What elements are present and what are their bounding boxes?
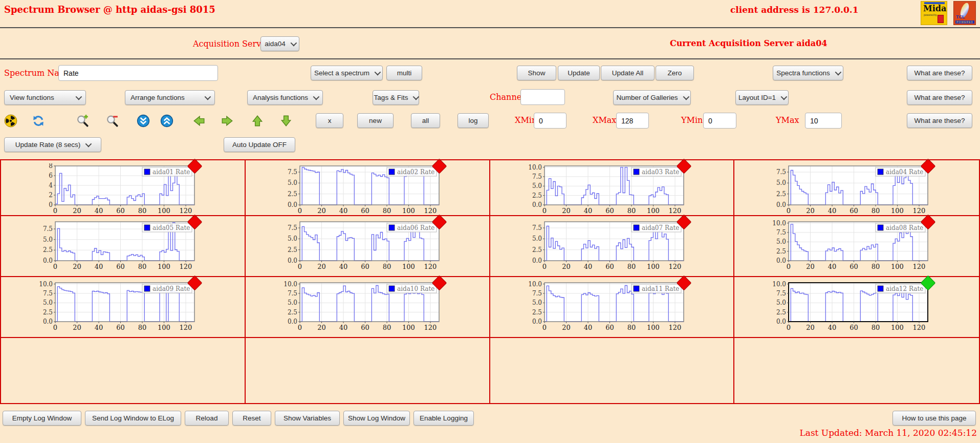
show-button[interactable]: Show — [517, 66, 556, 80]
log-button[interactable]: log — [458, 113, 489, 128]
svg-text:100: 100 — [891, 324, 904, 331]
midas-logo-title: Midas — [923, 6, 947, 12]
multi-button[interactable]: multi — [386, 66, 422, 80]
midas-logo[interactable]: Midas powered by — [921, 1, 947, 25]
svg-text:aida08 Rate: aida08 Rate — [886, 224, 923, 231]
svg-text:100: 100 — [647, 263, 660, 270]
zero-button[interactable]: Zero — [656, 66, 694, 80]
how-to-use-button[interactable]: How to use this page — [892, 411, 976, 426]
auto-update-button[interactable]: Auto Update OFF — [224, 137, 295, 152]
tags-fits-dropdown[interactable]: Tags & Fits — [373, 90, 419, 105]
svg-text:7.5: 7.5 — [776, 229, 786, 236]
refresh-icon[interactable] — [32, 114, 45, 128]
gallery-cell-aida08[interactable]: 0.02.55.07.510.0020406080100120aida08 Ra… — [734, 216, 979, 277]
layout-id-dropdown[interactable]: Layout ID=1 — [735, 90, 789, 105]
spectra-functions-dropdown[interactable]: Spectra functions — [773, 66, 843, 80]
zoom-in-icon[interactable] — [76, 114, 89, 128]
update-rate-dropdown[interactable]: Update Rate (8 secs) — [4, 137, 101, 152]
svg-text:7.5: 7.5 — [776, 290, 786, 297]
svg-text:0: 0 — [49, 201, 53, 208]
update-button[interactable]: Update — [558, 66, 600, 80]
gallery-cell-aida05[interactable]: 0.02.55.07.5020406080100120aida05 Rate — [1, 216, 246, 277]
svg-text:120: 120 — [668, 324, 681, 331]
svg-text:60: 60 — [116, 207, 125, 215]
xmin-input[interactable] — [534, 113, 567, 129]
x-button[interactable]: x — [316, 113, 343, 128]
svg-text:0: 0 — [53, 263, 57, 270]
ymax-input[interactable] — [805, 113, 842, 129]
gallery-cell-aida02[interactable]: 0.02.55.07.5020406080100120aida02 Rate — [246, 160, 490, 216]
gallery-cell-aida01[interactable]: 02468020406080100120aida01 Rate — [1, 160, 246, 216]
channel-input[interactable] — [520, 89, 565, 105]
ymin-input[interactable] — [703, 113, 736, 129]
empty-log-window-button[interactable]: Empty Log Window — [3, 411, 81, 426]
arrow-right-icon[interactable] — [221, 114, 234, 128]
xmax-input[interactable] — [616, 113, 649, 129]
what-are-these-button-3[interactable]: What are these? — [907, 113, 972, 128]
what-are-these-button-1[interactable]: What are these? — [907, 66, 972, 80]
tcl-powered-logo[interactable]: TCL POWERED — [953, 1, 976, 25]
select-spectrum-dropdown[interactable]: Select a spectrum — [311, 66, 383, 80]
chevron-down-icon — [413, 94, 420, 100]
arrow-down-icon[interactable] — [279, 114, 293, 128]
spectrum-name-input[interactable] — [58, 65, 218, 81]
xmax-label: XMax — [593, 115, 616, 125]
svg-text:80: 80 — [627, 263, 636, 270]
new-button[interactable]: new — [357, 113, 394, 128]
svg-text:5.0: 5.0 — [776, 179, 786, 186]
chevron-down-icon — [683, 94, 689, 100]
gallery-cell-aida12[interactable]: 0.02.55.07.510.0020406080100120aida12 Ra… — [734, 277, 979, 338]
functions-row: View functions Arrange functions Analysi… — [0, 86, 980, 109]
svg-text:120: 120 — [913, 263, 926, 270]
double-arrow-down-icon[interactable] — [137, 114, 150, 128]
reset-button[interactable]: Reset — [232, 411, 271, 426]
gallery-cell-aida04[interactable]: 0.02.55.07.5020406080100120aida04 Rate — [734, 160, 979, 216]
show-variables-button[interactable]: Show Variables — [275, 411, 340, 426]
layout-id-label: Layout ID=1 — [738, 94, 776, 101]
svg-text:100: 100 — [402, 324, 415, 331]
gallery-cell-aida06[interactable]: 0.02.55.07.5020406080100120aida06 Rate — [246, 216, 490, 277]
show-log-window-button[interactable]: Show Log Window — [343, 411, 410, 426]
spectrum-chart-aida02: 0.02.55.07.5020406080100120aida02 Rate — [281, 163, 445, 216]
svg-text:6: 6 — [49, 172, 53, 179]
acquisition-server-select[interactable]: aida04 — [260, 36, 299, 51]
arrow-left-icon[interactable] — [192, 114, 206, 128]
double-arrow-up-icon[interactable] — [160, 114, 173, 128]
gallery-cell-aida07[interactable]: 0.02.55.07.5020406080100120aida07 Rate — [490, 216, 735, 277]
svg-text:5.0: 5.0 — [776, 299, 786, 306]
all-button[interactable]: all — [411, 113, 440, 128]
svg-text:2.5: 2.5 — [776, 309, 786, 316]
update-all-button[interactable]: Update All — [601, 66, 655, 80]
zoom-out-icon[interactable] — [105, 114, 119, 128]
arrange-functions-dropdown[interactable]: Arrange functions — [125, 90, 215, 105]
svg-text:7.5: 7.5 — [288, 224, 297, 231]
gallery-cell-aida10[interactable]: 0.02.55.07.510.0020406080100120aida10 Ra… — [246, 277, 490, 338]
chevron-down-icon — [85, 141, 92, 147]
svg-text:20: 20 — [562, 207, 571, 215]
enable-logging-button[interactable]: Enable Logging — [413, 411, 474, 426]
analysis-functions-dropdown[interactable]: Analysis functions — [247, 90, 323, 105]
gallery-cell-aida09[interactable]: 0.02.55.07.510.0020406080100120aida09 Ra… — [1, 277, 246, 338]
number-of-galleries-dropdown[interactable]: Number of Galleries — [613, 90, 691, 105]
svg-text:100: 100 — [647, 324, 660, 331]
arrow-up-icon[interactable] — [251, 114, 264, 128]
svg-text:120: 120 — [424, 324, 437, 331]
svg-text:5.0: 5.0 — [532, 235, 541, 242]
reload-button[interactable]: Reload — [185, 411, 229, 426]
view-functions-dropdown[interactable]: View functions — [4, 90, 86, 105]
gallery-cell-aida11[interactable]: 0.02.55.07.510.0020406080100120aida11 Ra… — [490, 277, 735, 338]
svg-text:40: 40 — [339, 324, 347, 331]
radiation-icon[interactable] — [4, 114, 17, 128]
svg-text:40: 40 — [95, 207, 103, 215]
svg-text:80: 80 — [382, 207, 391, 215]
what-are-these-button-2[interactable]: What are these? — [907, 90, 972, 105]
svg-text:7.5: 7.5 — [776, 168, 786, 176]
gallery-cell-aida03[interactable]: 0.02.55.07.510.0020406080100120aida03 Ra… — [490, 160, 735, 216]
svg-text:80: 80 — [872, 324, 880, 331]
svg-text:2.5: 2.5 — [532, 309, 541, 316]
tcl-logo-subtitle: POWERED — [955, 20, 974, 24]
acquisition-server-value: aida04 — [265, 40, 286, 48]
send-log-window-to-elog-button[interactable]: Send Log Window to ELog — [85, 411, 181, 426]
svg-text:0: 0 — [787, 263, 791, 270]
update-rate-label: Update Rate (8 secs) — [15, 141, 81, 149]
